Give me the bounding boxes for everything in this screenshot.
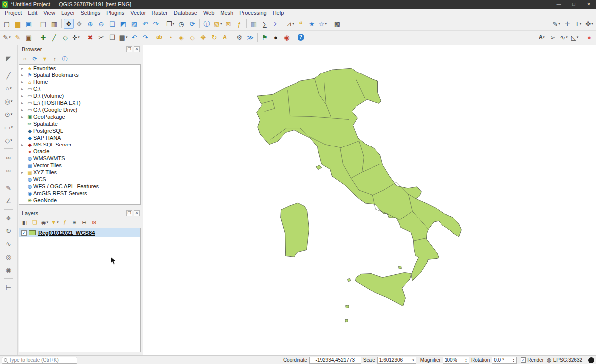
processing-toolbox-icon[interactable]: ⚙ xyxy=(234,32,244,42)
remove-layer-icon[interactable]: ⊠ xyxy=(90,218,99,227)
show-bookmarks-icon[interactable]: ☆▾ xyxy=(318,19,328,29)
python-console-icon[interactable]: ≫ xyxy=(245,32,255,42)
new-print-layout-icon[interactable]: ▤ xyxy=(38,19,48,29)
menu-raster[interactable]: Raster xyxy=(149,9,170,16)
browser-item-home[interactable]: ▸⌂Home xyxy=(19,78,140,85)
manage-map-themes-icon[interactable]: ◉▾ xyxy=(40,218,49,227)
menu-database[interactable]: Database xyxy=(171,9,200,16)
spinner-arrows-icon[interactable]: ▲▼ xyxy=(465,358,467,362)
menu-edit[interactable]: Edit xyxy=(25,9,40,16)
browser-item-wms-wmts[interactable]: ◍WMS/WMTS xyxy=(19,155,140,162)
map-tips-icon[interactable]: ❝ xyxy=(296,19,306,29)
move-label-icon[interactable]: ✥ xyxy=(198,32,208,42)
metasearch-icon[interactable]: ● xyxy=(271,32,281,42)
new-bookmark-icon[interactable]: ★ xyxy=(307,19,317,29)
layer-styling-icon[interactable]: ◧ xyxy=(20,218,29,227)
delete-selected-icon[interactable]: ✖ xyxy=(85,32,95,42)
menu-plugins[interactable]: Plugins xyxy=(103,9,127,16)
browser-item-geopackage[interactable]: ▸▣GeoPackage xyxy=(19,113,140,120)
menu-mesh[interactable]: Mesh xyxy=(217,9,236,16)
chevron-down-icon[interactable]: ▾ xyxy=(78,35,80,39)
pointer-tool-icon[interactable]: ➢ xyxy=(548,32,558,42)
move-annotation-icon[interactable]: ✛ xyxy=(562,19,572,29)
menu-project[interactable]: Project xyxy=(2,9,25,16)
cut-features-icon[interactable]: ✂ xyxy=(96,32,106,42)
measure-angle-icon[interactable]: ∠ xyxy=(4,196,14,206)
refresh-map-icon[interactable]: ⟳ xyxy=(187,19,197,29)
menu-web[interactable]: Web xyxy=(200,9,217,16)
layer-visibility-checkbox[interactable]: ✓ xyxy=(21,230,27,236)
redo-icon[interactable]: ↷ xyxy=(140,32,150,42)
chevron-down-icon[interactable]: ▾ xyxy=(126,35,128,39)
browser-item-geonode[interactable]: ✳GeoNode xyxy=(19,197,140,204)
expand-arrow-icon[interactable]: ▸ xyxy=(21,80,26,84)
grass-tools-icon[interactable]: ⚑ xyxy=(260,32,270,42)
fill-ring-icon[interactable]: ◉ xyxy=(4,265,14,275)
layer-diagram-icon[interactable]: ◔ xyxy=(165,32,175,42)
zoom-to-layer-icon[interactable]: ▨ xyxy=(129,19,139,29)
browser-collapse-all-icon[interactable]: ↑ xyxy=(50,54,59,63)
browser-item-spatial-bookmarks[interactable]: ▸⚑Spatial Bookmarks xyxy=(19,72,140,78)
chevron-down-icon[interactable]: ▾ xyxy=(292,22,294,26)
notifications-icon[interactable]: ● xyxy=(584,32,594,42)
data-source-manager-icon[interactable]: ▩ xyxy=(332,19,342,29)
browser-properties-icon[interactable]: ⓘ xyxy=(60,54,69,63)
browser-item-arcgis-rest-servers[interactable]: ◉ArcGIS REST Servers xyxy=(19,190,140,197)
chevron-down-icon[interactable]: ▾ xyxy=(11,125,13,129)
zoom-to-selection-icon[interactable]: ◩ xyxy=(118,19,128,29)
simplify-feature-icon[interactable]: ∿ xyxy=(4,239,14,249)
browser-item-e-toshiba-ext[interactable]: ▸▭E:\ (TOSHIBA EXT) xyxy=(19,99,140,106)
highlight-pinned-labels-icon[interactable]: ◇ xyxy=(187,32,197,42)
help-icon[interactable]: ? xyxy=(296,32,306,42)
chevron-down-icon[interactable]: ▾ xyxy=(10,86,12,90)
chevron-down-icon[interactable]: ▾ xyxy=(591,22,593,26)
messages-icon[interactable] xyxy=(588,357,594,363)
zoom-full-icon[interactable]: ❏ xyxy=(107,19,117,29)
menu-help[interactable]: Help xyxy=(270,9,287,16)
collapse-all-icon[interactable]: ⊟ xyxy=(80,218,89,227)
expand-arrow-icon[interactable]: ▸ xyxy=(21,94,26,98)
render-checkbox[interactable]: ✓ xyxy=(521,357,526,363)
browser-item-oracle[interactable]: ●Oracle xyxy=(19,148,140,155)
add-line-feature-icon[interactable]: ╱ xyxy=(49,32,59,42)
add-group-icon[interactable]: ❏ xyxy=(30,218,39,227)
filter-by-expression-icon[interactable]: ƒ xyxy=(60,218,69,227)
pan-map-icon[interactable]: ✥ xyxy=(64,19,74,29)
browser-float-button[interactable]: ❐ xyxy=(126,46,132,52)
browser-item-vector-tiles[interactable]: ▦Vector Tiles xyxy=(19,162,140,169)
expand-arrow-icon[interactable]: ▸ xyxy=(21,143,26,147)
magnifier-spinner[interactable]: 100% ▲▼ xyxy=(443,357,469,364)
expand-arrow-icon[interactable]: ▸ xyxy=(21,115,26,119)
circle-2points-icon[interactable]: ○▾ xyxy=(4,83,14,93)
node-tool-icon[interactable]: ✜▾ xyxy=(584,19,594,29)
select-by-expression-icon[interactable]: ƒ xyxy=(234,19,244,29)
add-polygon-feature-icon[interactable]: ◇ xyxy=(60,32,70,42)
field-calculator-icon[interactable]: ∑ xyxy=(260,19,270,29)
copy-features-icon[interactable]: ❐ xyxy=(107,32,117,42)
save-edits-icon[interactable]: ▣ xyxy=(24,32,34,42)
layers-float-button[interactable]: ❐ xyxy=(126,210,132,216)
chevron-down-icon[interactable]: ▾ xyxy=(543,35,545,39)
menu-view[interactable]: View xyxy=(40,9,58,16)
chevron-down-icon[interactable]: ▾ xyxy=(220,22,222,26)
coordinate-value[interactable]: -192934,4521773 xyxy=(309,357,361,364)
chevron-down-icon[interactable]: ▾ xyxy=(412,358,414,362)
chevron-down-icon[interactable]: ▾ xyxy=(580,22,582,26)
identify-features-icon[interactable]: ⓘ xyxy=(202,19,212,29)
browser-item-sap-hana[interactable]: ◆SAP HANA xyxy=(19,134,140,141)
show-layout-manager-icon[interactable]: ▥ xyxy=(49,19,59,29)
annotation-tool-icon[interactable]: ✎ xyxy=(4,183,14,193)
browser-filter-icon[interactable]: ▼ xyxy=(40,54,49,63)
zoom-out-icon[interactable]: ⊖ xyxy=(96,19,106,29)
digitize-segment-icon[interactable]: ╱ xyxy=(4,71,14,80)
locator-input[interactable] xyxy=(9,357,74,363)
add-ring-icon[interactable]: ◎ xyxy=(4,252,14,262)
scale-combo[interactable]: 1:6012306 ▾ xyxy=(377,357,416,364)
spinner-arrows-icon[interactable]: ▲▼ xyxy=(512,358,515,362)
browser-item-wfs-ogc-api-features[interactable]: ◍WFS / OGC API - Features xyxy=(19,183,140,190)
expand-arrow-icon[interactable]: ▸ xyxy=(21,87,26,91)
save-project-icon[interactable]: ▣ xyxy=(24,19,34,29)
chevron-down-icon[interactable]: ▾ xyxy=(325,22,327,26)
temporal-controller-icon[interactable]: ◷ xyxy=(176,19,186,29)
chevron-down-icon[interactable]: ▾ xyxy=(47,220,49,224)
